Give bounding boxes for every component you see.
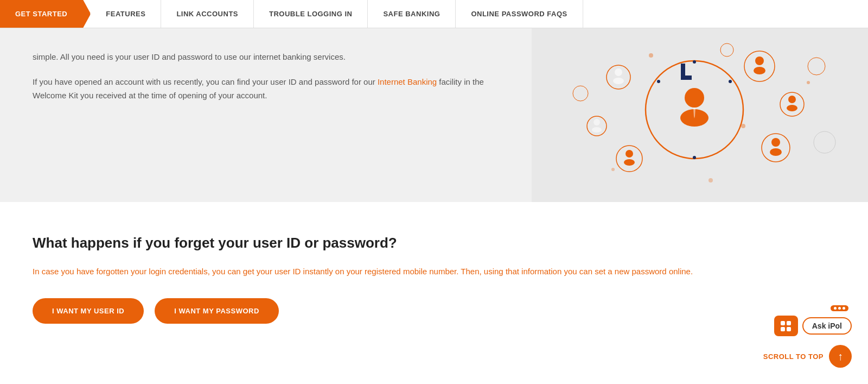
hero-para2: If you have opened an account with us re… [33, 75, 499, 103]
grid-dot [781, 327, 785, 331]
svg-point-19 [770, 148, 782, 156]
grid-dot [781, 321, 785, 325]
svg-point-25 [592, 127, 602, 133]
nav-bar: GET STARTED FEATURES LINK ACCOUNTS TROUB… [0, 0, 868, 28]
hero-text: simple. All you need is your user ID and… [0, 28, 532, 202]
speech-bubble [831, 305, 848, 311]
button-row: I WANT MY USER ID I WANT MY PASSWORD [33, 298, 835, 324]
svg-point-21 [615, 68, 622, 76]
svg-point-15 [788, 96, 796, 103]
nav-item-features[interactable]: FEATURES [91, 0, 161, 28]
svg-point-2 [685, 88, 704, 108]
grid-dot [787, 327, 791, 331]
main-content: What happens if you forget your user ID … [0, 202, 868, 367]
svg-point-7 [657, 80, 660, 83]
svg-point-8 [693, 156, 696, 159]
hero-section: simple. All you need is your user ID and… [0, 28, 868, 202]
internet-banking-link[interactable]: Internet Banking [378, 77, 437, 86]
hero-image [532, 28, 868, 202]
svg-point-27 [626, 150, 633, 158]
want-password-button[interactable]: I WANT MY PASSWORD [155, 298, 279, 324]
hero-illustration [542, 34, 857, 197]
svg-point-22 [613, 78, 624, 84]
svg-point-6 [729, 80, 732, 83]
grid-dot [787, 321, 791, 325]
scroll-to-top-container: SCROLL TO TOP ↑ [763, 345, 852, 367]
nav-item-link-accounts[interactable]: LINK ACCOUNTS [161, 0, 254, 28]
section-description: In case you have forgotten your login cr… [33, 265, 792, 279]
svg-point-5 [693, 60, 696, 64]
scroll-arrow-icon: ↑ [838, 350, 843, 363]
svg-point-35 [807, 81, 810, 84]
svg-point-33 [649, 53, 653, 58]
chat-grid-button[interactable] [774, 316, 798, 336]
nav-item-trouble-logging-in[interactable]: TROUBLE LOGGING IN [254, 0, 368, 28]
scroll-to-top-button[interactable]: ↑ [829, 345, 852, 367]
nav-item-get-started[interactable]: GET STARTED [0, 0, 91, 28]
scroll-to-top-label: SCROLL TO TOP [763, 352, 824, 361]
svg-point-18 [771, 138, 780, 147]
svg-point-13 [754, 67, 765, 74]
svg-point-36 [611, 168, 615, 171]
ask-ipol-button[interactable]: Ask iPol [802, 317, 852, 335]
hero-para1: simple. All you need is your user ID and… [33, 50, 499, 64]
want-user-id-button[interactable]: I WANT MY USER ID [33, 298, 144, 324]
svg-point-24 [593, 119, 600, 125]
svg-point-12 [755, 56, 764, 65]
chat-widget: Ask iPol [774, 316, 852, 336]
section-title: What happens if you forget your user ID … [33, 235, 835, 251]
svg-point-37 [709, 178, 713, 182]
grid-icon [781, 321, 791, 331]
ask-ipol-label: Ask iPol [812, 322, 842, 330]
svg-point-34 [741, 124, 745, 128]
svg-point-16 [787, 105, 797, 111]
svg-rect-10 [681, 75, 692, 80]
nav-item-online-password-faqs[interactable]: ONLINE PASSWORD FAQS [456, 0, 583, 28]
svg-point-28 [624, 159, 635, 166]
nav-item-safe-banking[interactable]: SAFE BANKING [368, 0, 456, 28]
